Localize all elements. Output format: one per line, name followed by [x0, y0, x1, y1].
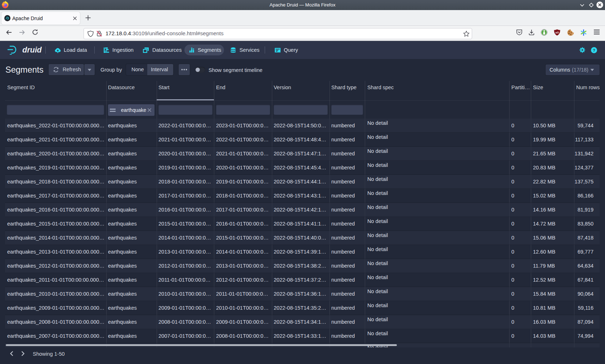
svg-text:uO: uO	[555, 31, 559, 34]
svg-text:?: ?	[593, 48, 595, 53]
